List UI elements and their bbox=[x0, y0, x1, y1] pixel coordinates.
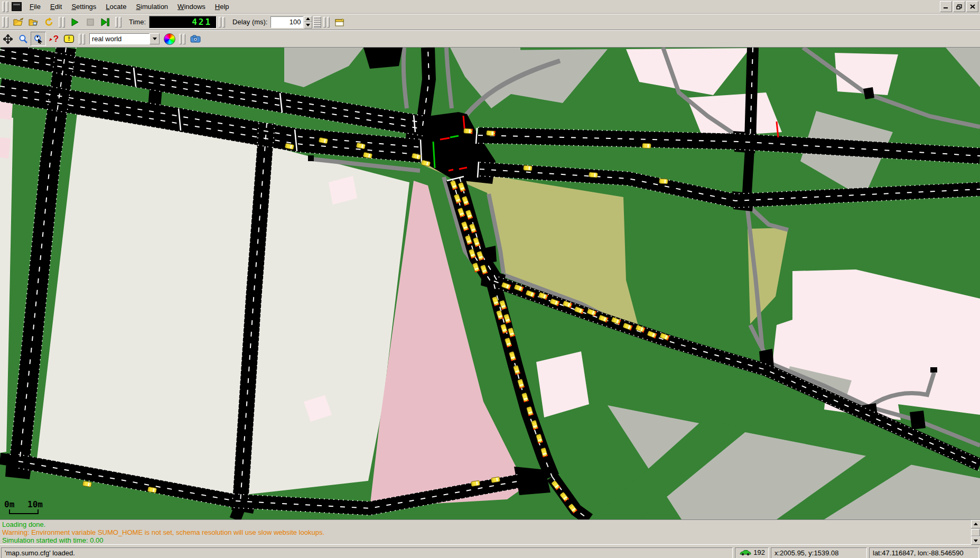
tooltip-bubble-icon: ! bbox=[64, 35, 74, 43]
coloring-scheme-value[interactable]: real world bbox=[89, 33, 150, 44]
simulation-toolbar: Time: 421 Delay (ms): 100 bbox=[0, 14, 980, 30]
vehicle-icon bbox=[740, 550, 751, 556]
scroll-up-button[interactable] bbox=[971, 520, 980, 528]
status-bar: 'map.sumo.cfg' loaded. 192 x:2005.95, y:… bbox=[0, 544, 980, 558]
close-icon bbox=[970, 4, 975, 9]
close-button[interactable] bbox=[966, 1, 978, 12]
menu-locate[interactable]: Locate bbox=[101, 1, 131, 12]
locate-button[interactable]: ? bbox=[46, 32, 61, 46]
new-window-icon bbox=[334, 18, 344, 26]
toolbar-grip[interactable] bbox=[2, 17, 9, 27]
menu-windows[interactable]: Windows bbox=[173, 1, 210, 12]
reload-icon bbox=[44, 17, 54, 27]
step-button[interactable] bbox=[98, 15, 113, 29]
locate-arrow-icon bbox=[49, 36, 53, 42]
open-network-button[interactable] bbox=[26, 15, 41, 29]
restore-icon bbox=[956, 4, 962, 10]
delay-input[interactable]: 100 bbox=[270, 16, 303, 28]
message-line: Loading done. bbox=[2, 520, 969, 528]
time-lcd-display: 421 bbox=[149, 16, 217, 29]
move-arrows-icon bbox=[3, 34, 13, 44]
scrollbar-thumb[interactable] bbox=[971, 529, 980, 536]
scale-ten-label: 10m bbox=[27, 499, 43, 509]
question-mark-icon: ? bbox=[53, 34, 59, 43]
camera-icon bbox=[190, 35, 201, 43]
color-wheel-icon bbox=[164, 33, 175, 45]
vehicle-count: 192 bbox=[753, 548, 765, 557]
stop-icon bbox=[87, 18, 94, 26]
delay-label: Delay (ms): bbox=[232, 18, 267, 26]
vehicle-count-panel: 192 bbox=[735, 547, 769, 558]
toolbar-grip[interactable] bbox=[218, 17, 226, 27]
app-window-icon bbox=[12, 2, 22, 11]
toolbar-grip[interactable] bbox=[2, 2, 9, 12]
scroll-down-button[interactable] bbox=[971, 536, 980, 545]
menu-bar: File Edit Settings Locate Simulation Win… bbox=[0, 0, 980, 14]
step-icon bbox=[101, 18, 110, 26]
reload-button[interactable] bbox=[41, 15, 57, 29]
edit-coloring-button[interactable] bbox=[162, 32, 177, 46]
play-icon bbox=[71, 18, 79, 26]
scale-zero-label: 0m bbox=[4, 499, 15, 509]
delay-increment-button[interactable] bbox=[304, 16, 312, 22]
snapshot-button[interactable] bbox=[188, 32, 203, 46]
zoom-style-toggle-button[interactable] bbox=[31, 32, 46, 46]
magnifier-cursor-icon bbox=[33, 34, 43, 44]
status-loaded-text: 'map.sumo.cfg' loaded. bbox=[1, 547, 733, 558]
map-canvas[interactable]: 0m 10m bbox=[0, 48, 980, 519]
minimize-icon bbox=[943, 4, 949, 9]
toolbar-grip[interactable] bbox=[115, 17, 122, 27]
menu-edit[interactable]: Edit bbox=[45, 1, 67, 12]
chevron-down-icon bbox=[153, 38, 157, 40]
toolbar-grip[interactable] bbox=[78, 34, 86, 44]
view-toolbar: ? ! real world bbox=[0, 30, 980, 48]
delay-dial[interactable] bbox=[313, 16, 321, 28]
toolbar-grip[interactable] bbox=[58, 17, 66, 27]
toolbar-grip[interactable] bbox=[179, 34, 186, 44]
new-view-button[interactable] bbox=[332, 15, 347, 29]
open-simulation-button[interactable] bbox=[11, 15, 26, 29]
open-network-icon bbox=[29, 18, 39, 26]
edit-viewport-button[interactable] bbox=[15, 32, 31, 46]
menu-settings[interactable]: Settings bbox=[67, 1, 101, 12]
coloring-scheme-combobox[interactable]: real world bbox=[89, 33, 160, 44]
message-line: Simulation started with time: 0.00 bbox=[2, 536, 969, 544]
open-folder-icon bbox=[13, 18, 24, 26]
run-button[interactable] bbox=[67, 15, 82, 29]
menu-simulation[interactable]: Simulation bbox=[131, 1, 173, 12]
combobox-dropdown-button[interactable] bbox=[150, 33, 160, 44]
cursor-latlon: lat:47.116847, lon:-88.546590 bbox=[869, 547, 979, 558]
time-label: Time: bbox=[129, 18, 146, 26]
delay-spinner: 100 bbox=[270, 16, 321, 29]
toolbar-grip[interactable] bbox=[323, 17, 330, 27]
menu-file[interactable]: File bbox=[25, 1, 45, 12]
delay-decrement-button[interactable] bbox=[304, 22, 312, 29]
minimize-button[interactable] bbox=[940, 1, 952, 12]
stop-button[interactable] bbox=[82, 15, 98, 29]
restore-button[interactable] bbox=[953, 1, 965, 12]
menu-help[interactable]: Help bbox=[210, 1, 234, 12]
message-scrollbar[interactable] bbox=[971, 520, 980, 545]
message-log: Loading done. Warning: Environment varia… bbox=[0, 519, 980, 544]
magnifier-icon bbox=[18, 34, 28, 44]
cursor-xy: x:2005.95, y:1539.08 bbox=[771, 547, 867, 558]
tooltip-toggle-button[interactable]: ! bbox=[61, 32, 77, 46]
recenter-view-button[interactable] bbox=[0, 32, 15, 46]
message-line: Warning: Environment variable SUMO_HOME … bbox=[2, 528, 969, 536]
